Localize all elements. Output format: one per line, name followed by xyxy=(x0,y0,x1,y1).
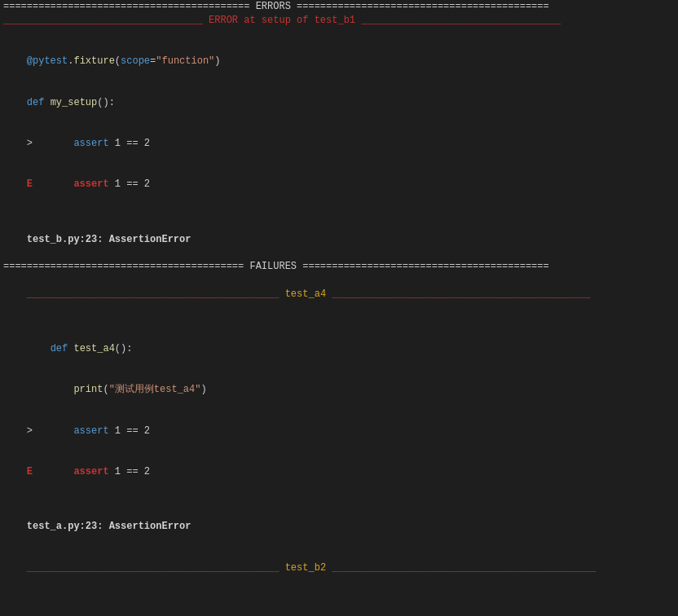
test-b2-dashes-left: ________________________________________… xyxy=(27,562,285,574)
assert-kw1: assert xyxy=(73,138,108,149)
test-b-error: test_b.py:23: AssertionError xyxy=(27,234,192,245)
e-assert1-line: E assert 1 == 2 xyxy=(0,165,678,205)
scope-val: "function" xyxy=(156,55,214,67)
assert-val2: 1 == 2 xyxy=(109,425,150,437)
failures-header: ========================================… xyxy=(3,261,549,272)
my-setup-paren: (): xyxy=(97,97,115,108)
print-a4-open: ( xyxy=(103,384,108,395)
test-a4-header-line: ________________________________________… xyxy=(0,274,678,315)
def-test-a4-line: def test_a4(): xyxy=(0,328,678,369)
test-a4-dashes-left: ________________________________________… xyxy=(27,288,285,300)
e-marker2: E xyxy=(27,466,74,477)
print-test-a4-line: print("测试用例test_a4") xyxy=(0,370,678,411)
test-a4-title: test_a4 xyxy=(285,288,326,300)
print-func1: print xyxy=(73,384,103,395)
assert-kw2: assert xyxy=(73,425,108,437)
test-a4-name: test_a4 xyxy=(73,343,114,354)
fixture-decorator-line: @pytest.fixture(scope="function") xyxy=(0,41,678,81)
terminal: ========================================… xyxy=(0,0,678,616)
error-setup: __________________________________ ERROR… xyxy=(3,15,561,26)
blank4 xyxy=(0,493,678,507)
def-kw2: def xyxy=(51,343,74,354)
test-b2-title: test_b2 xyxy=(285,562,326,574)
def-my-setup-line: def my_setup(): xyxy=(0,82,678,123)
e-assert-val2: 1 == 2 xyxy=(109,466,150,477)
my-setup-name: my_setup xyxy=(51,97,98,108)
print-a4-close: ) xyxy=(200,384,206,395)
errors-header: ========================================… xyxy=(3,1,549,12)
e-assert-kw1: assert xyxy=(73,178,108,190)
def-kw: def xyxy=(27,97,51,108)
blank5 xyxy=(0,588,678,602)
errors-header-line: ========================================… xyxy=(0,0,678,14)
blank2 xyxy=(0,205,678,219)
close-paren: ) xyxy=(214,55,220,67)
test-a-error: test_a.py:23: AssertionError xyxy=(27,521,192,532)
def-a4-spaces xyxy=(27,343,51,354)
gt-marker2: > xyxy=(27,425,74,437)
gt-assert2-line: > assert 1 == 2 xyxy=(0,411,678,451)
gt-marker1: > xyxy=(27,138,74,149)
e-marker1: E xyxy=(27,178,74,190)
print-a4-str: "测试用例test_a4" xyxy=(109,384,201,395)
failures-header-line: ========================================… xyxy=(0,260,678,274)
gt-assert1-line: > assert 1 == 2 xyxy=(0,123,678,164)
fixture-paren: ( xyxy=(115,55,121,67)
print-a4-spaces xyxy=(27,384,74,395)
test-b2-header-line: ________________________________________… xyxy=(0,548,678,588)
test-a4-paren: (): xyxy=(115,343,133,354)
e-assert-val1: 1 == 2 xyxy=(109,178,150,190)
def-test-b2-line: def test_b2(): xyxy=(0,602,678,616)
at-symbol: @pytest xyxy=(27,55,68,67)
e-assert2-line: E assert 1 == 2 xyxy=(0,451,678,492)
test-a-error-line: test_a.py:23: AssertionError xyxy=(0,506,678,547)
test-a4-dashes-right: ________________________________________… xyxy=(326,288,590,300)
error-setup-line: __________________________________ ERROR… xyxy=(0,14,678,28)
test-b2-dashes-right: ________________________________________… xyxy=(326,562,596,574)
assert-val1: 1 == 2 xyxy=(109,138,150,149)
blank1 xyxy=(0,28,678,42)
test-b-error-line: test_b.py:23: AssertionError xyxy=(0,219,678,260)
e-assert-kw2: assert xyxy=(73,466,108,477)
fixture-func: fixture xyxy=(73,55,114,67)
scope-kw: scope xyxy=(121,55,150,67)
blank3 xyxy=(0,315,678,328)
